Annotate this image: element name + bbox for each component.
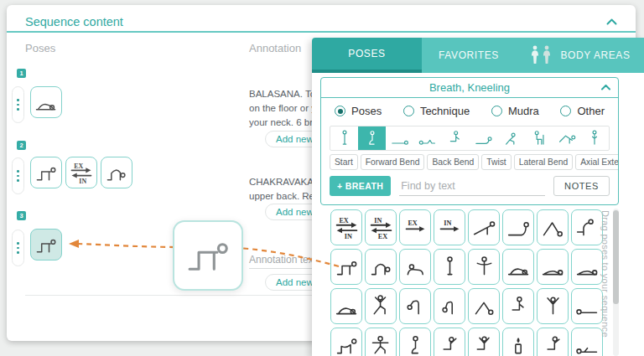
grid-pose-sphinx-pose[interactable]: [502, 209, 534, 245]
prone-rest-icon: [540, 254, 566, 280]
radio-mudra[interactable]: Mudra: [491, 105, 539, 117]
grid-pose-candle[interactable]: [502, 328, 534, 356]
notes-button[interactable]: NOTES: [553, 176, 610, 196]
kneeling-upright-icon: [445, 128, 465, 148]
kneeling-arms-up-icon: [471, 333, 497, 356]
grid-pose-plank-pose[interactable]: [468, 209, 500, 245]
search-input[interactable]: [399, 177, 545, 196]
sequence-pose-table-pose[interactable]: [30, 157, 62, 188]
position-filter-prone-elbows[interactable]: [470, 126, 497, 150]
tab-poses[interactable]: POSES: [312, 38, 422, 73]
drag-handle[interactable]: [12, 86, 24, 123]
grid-pose-warrior-two[interactable]: [365, 328, 397, 356]
item-number-badge: 1: [17, 69, 26, 78]
grid-pose-downward-dog[interactable]: [537, 209, 569, 245]
position-filter-supine[interactable]: [414, 126, 442, 150]
forward-fold-variant-icon: [437, 293, 463, 319]
filter-title: Breath, Kneeling: [429, 81, 510, 94]
position-filter-lunge[interactable]: [497, 126, 525, 150]
position-filter-kneeling-sit[interactable]: [358, 126, 386, 150]
grid-pose-cat-pose[interactable]: [365, 249, 397, 285]
sequence-item-3-poses: [30, 229, 62, 261]
filter-group: Breath, Kneeling Poses Technique Mudra O…: [320, 77, 619, 205]
grid-pose-standing-y-arms[interactable]: [537, 288, 569, 324]
position-filter-kneeling-upright[interactable]: [442, 126, 470, 150]
drag-hint-text: Drag poses to your sequence: [600, 210, 610, 338]
grid-pose-kneeling-reach[interactable]: [537, 328, 569, 356]
position-filter-chair-seated[interactable]: [525, 126, 553, 150]
position-filter-standing[interactable]: [330, 126, 358, 150]
category-start[interactable]: Start: [330, 154, 358, 170]
position-filter-arm-balance[interactable]: [553, 126, 581, 150]
position-filter-standing-prayer[interactable]: [581, 126, 609, 150]
radio-technique[interactable]: Technique: [403, 105, 470, 117]
svg-text:IN: IN: [344, 233, 351, 240]
grid-pose-supine-rest[interactable]: [571, 288, 603, 324]
type-radio-group: Poses Technique Mudra Other: [321, 98, 618, 121]
grid-pose-high-lunge[interactable]: [365, 288, 397, 324]
dragged-pose-ghost[interactable]: [173, 220, 243, 291]
child-pose-icon: [506, 254, 532, 280]
cat-pose-icon: [104, 160, 129, 185]
radio-circle-icon: [560, 106, 571, 116]
grid-pose-kneeling-arms-up[interactable]: [468, 328, 500, 356]
breath-in-icon: IN: [437, 214, 463, 240]
supine-legs-extended-icon: [574, 333, 600, 356]
grid-pose-breath-in-ex[interactable]: INEX: [365, 209, 397, 245]
grid-pose-table-pose[interactable]: [330, 249, 362, 285]
grid-pose-child-pose-variant[interactable]: [571, 249, 603, 285]
category-forward-bend[interactable]: Forward Bend: [361, 154, 425, 170]
filter-chevron-up-icon[interactable]: [601, 85, 610, 90]
position-filter-prone[interactable]: [386, 126, 413, 150]
grid-pose-kneeling-upright[interactable]: [502, 288, 534, 324]
drag-handle[interactable]: [12, 230, 24, 266]
sequence-pose-cat-pose[interactable]: [101, 157, 132, 188]
grid-pose-kneeling-arm-raise[interactable]: [434, 328, 465, 356]
grid-pose-standing-pose[interactable]: [434, 249, 465, 285]
scrollbar-thumb[interactable]: [613, 210, 619, 304]
table-pose-icon: [182, 228, 234, 280]
grid-pose-child-pose-flat[interactable]: [330, 288, 362, 324]
child-pose-variant-icon: [574, 254, 600, 280]
grid-pose-cat-cow[interactable]: [330, 328, 362, 356]
grid-pose-downward-dog-variant[interactable]: [468, 288, 500, 324]
grid-pose-breath-ex[interactable]: EX: [399, 209, 431, 245]
category-twist[interactable]: Twist: [481, 154, 511, 170]
body-figures-icon: [529, 45, 554, 65]
scrollbar-track[interactable]: [613, 209, 619, 356]
grid-pose-camel-pose[interactable]: [571, 209, 603, 245]
tab-body-areas[interactable]: BODY AREAS: [516, 38, 644, 73]
collapse-chevron-up-icon[interactable]: [606, 18, 617, 25]
grid-pose-seated-forward-curl[interactable]: [399, 249, 431, 285]
radio-other[interactable]: Other: [560, 105, 605, 117]
filter-dropdown[interactable]: Breath, Kneeling: [321, 78, 618, 98]
category-lateral-bend[interactable]: Lateral Bend: [514, 154, 573, 170]
grid-pose-breath-in[interactable]: IN: [434, 209, 465, 245]
grid-pose-standing-arms-bent[interactable]: [468, 249, 500, 285]
grid-pose-standing-forward-fold[interactable]: [399, 288, 431, 324]
svg-text:EX: EX: [377, 233, 387, 240]
sequence-pose-table-pose[interactable]: [30, 229, 62, 261]
drag-handle[interactable]: [12, 157, 24, 194]
tab-favorites[interactable]: FAVORITES: [422, 38, 516, 73]
category-axial-extension[interactable]: Axial Extension: [575, 154, 619, 170]
add-breath-button[interactable]: + BREATH: [330, 176, 391, 196]
seated-forward-curl-icon: [402, 254, 428, 280]
sequence-pose-child-pose[interactable]: [30, 86, 62, 118]
item-number-badge: 2: [17, 141, 26, 150]
radio-poses[interactable]: Poses: [335, 105, 382, 117]
grid-pose-breath-ex-in[interactable]: EXIN: [330, 209, 362, 245]
sequence-item-1-poses: [30, 86, 62, 118]
grid-pose-child-pose[interactable]: [502, 249, 534, 285]
category-back-bend[interactable]: Back Bend: [427, 154, 479, 170]
cat-pose-icon: [368, 254, 394, 280]
grid-pose-prone-rest[interactable]: [537, 249, 569, 285]
grid-pose-forward-fold-variant[interactable]: [434, 288, 465, 324]
panel-tabbar: POSES FAVORITES BODY AREAS: [312, 38, 644, 73]
grid-pose-kneeling-sit[interactable]: [399, 328, 431, 356]
camel-pose-icon: [574, 214, 600, 240]
svg-text:EX: EX: [339, 217, 348, 224]
kneeling-sit-icon: [362, 128, 382, 148]
sequence-pose-breath-ex-in[interactable]: EXIN: [65, 157, 97, 188]
grid-pose-supine-legs-extended[interactable]: [571, 328, 603, 356]
